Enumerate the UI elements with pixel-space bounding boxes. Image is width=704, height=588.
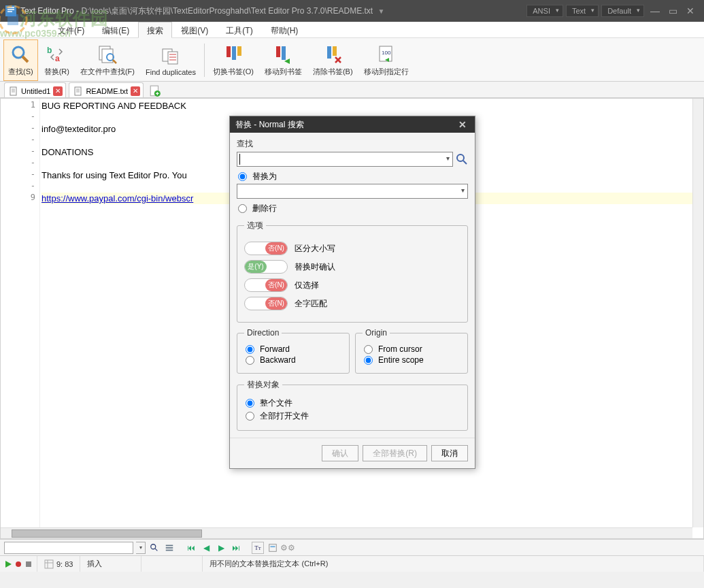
tab-close-icon[interactable]: ✕ — [53, 86, 63, 96]
line-number: 9 — [31, 193, 35, 202]
find-label: 查找 — [237, 138, 468, 150]
encoding-dropdown[interactable]: ANSI — [526, 5, 563, 17]
menu-item-3[interactable]: 视图(V) — [172, 22, 217, 37]
prev-button[interactable]: ◀ — [200, 542, 212, 554]
document-tab-0[interactable]: Untitled1✕ — [4, 82, 66, 97]
svg-rect-17 — [232, 46, 236, 60]
ribbon-bookmark-clear[interactable]: 清除书签(B) — [308, 39, 358, 81]
ribbon-find-in-files[interactable]: 在文件中查找(F) — [76, 39, 139, 81]
svg-rect-35 — [271, 546, 275, 547]
target-all-open-radio[interactable] — [246, 412, 254, 421]
direction-forward-radio[interactable] — [246, 345, 254, 354]
menu-item-1[interactable]: 编辑(E) — [93, 22, 138, 37]
case-toggle-icon[interactable]: Tт — [252, 542, 264, 554]
direction-forward-label: Forward — [260, 344, 290, 354]
menu-item-4[interactable]: 工具(T) — [217, 22, 261, 37]
svg-rect-18 — [237, 46, 241, 56]
search-icon[interactable] — [148, 542, 161, 554]
ribbon-bookmark-toggle[interactable]: 切换书签(O) — [208, 39, 258, 81]
replace-icon: ba — [46, 44, 67, 65]
horizontal-scrollbar[interactable] — [1, 527, 692, 538]
bookmark-clear-icon — [322, 44, 343, 65]
menu-item-5[interactable]: 帮助(H) — [262, 22, 307, 37]
document-tabs: Untitled1✕README.txt✕ — [0, 82, 704, 98]
app-icon — [5, 5, 16, 16]
menu-item-0[interactable]: 文件(F) — [49, 22, 93, 37]
svg-text:a: a — [55, 54, 60, 63]
close-button[interactable]: ✕ — [682, 3, 699, 19]
line-number: - — [31, 123, 35, 133]
dialog-close-button[interactable]: ✕ — [456, 119, 469, 130]
svg-rect-31 — [166, 544, 173, 546]
line-number: - — [31, 112, 35, 121]
replace-with-radio[interactable] — [238, 172, 247, 181]
maximize-button[interactable]: ▭ — [665, 3, 681, 19]
next-button[interactable]: ▶ — [215, 542, 227, 554]
duplicates-icon — [160, 45, 182, 67]
cancel-button[interactable]: 取消 — [431, 445, 468, 461]
origin-cursor-radio[interactable] — [364, 345, 373, 354]
document-tab-1[interactable]: README.txt✕ — [69, 82, 144, 97]
option-toggle-1[interactable]: 是(Y) — [244, 260, 288, 274]
first-button[interactable]: ⏮ — [185, 542, 197, 554]
tab-close-icon[interactable]: ✕ — [131, 86, 140, 96]
new-tab-button[interactable] — [149, 85, 161, 97]
filetype-dropdown[interactable]: Text — [566, 5, 599, 17]
macro-stop-icon[interactable] — [24, 560, 33, 568]
line-number: - — [31, 181, 35, 191]
target-whole-file-radio[interactable] — [246, 399, 254, 408]
ribbon-goto-line[interactable]: 100移动到指定行 — [359, 39, 414, 81]
ribbon-duplicates[interactable]: Find duplicates — [141, 39, 201, 81]
target-whole-file-label: 整个文件 — [260, 397, 292, 409]
svg-rect-19 — [276, 46, 280, 57]
svg-rect-32 — [166, 547, 173, 549]
selection-icon[interactable] — [267, 542, 279, 554]
options-icon[interactable] — [163, 542, 175, 554]
line-number: - — [31, 146, 35, 156]
incremental-search-bar: ▾ ⏮ ◀ ▶ ⏭ Tт ⚙⚙ — [0, 539, 704, 555]
replace-all-button[interactable]: 全部替换(R) — [363, 445, 427, 461]
macro-record-icon[interactable] — [14, 560, 22, 568]
empty-cell-1 — [141, 556, 203, 572]
svg-rect-22 — [333, 46, 337, 56]
ok-button[interactable]: 确认 — [322, 445, 358, 461]
svg-point-29 — [151, 544, 156, 549]
insert-mode-cell[interactable]: 插入 — [80, 556, 141, 572]
svg-rect-21 — [327, 46, 331, 59]
statusbar: 9: 83 插入 用不同的文本替换指定文本 (Ctrl+R) — [0, 555, 704, 572]
delete-line-radio[interactable] — [238, 204, 247, 213]
origin-entire-radio[interactable] — [364, 356, 373, 365]
settings-icon[interactable]: ⚙⚙ — [282, 542, 294, 554]
dialog-titlebar[interactable]: 替换 - Normal 搜索 ✕ — [230, 116, 475, 133]
replace-input[interactable]: ▾ — [237, 184, 468, 199]
last-button[interactable]: ⏭ — [230, 542, 242, 554]
svg-rect-26 — [75, 87, 81, 95]
find-input[interactable]: ▾ — [237, 152, 453, 167]
incremental-search-input[interactable] — [4, 542, 133, 554]
direction-backward-radio[interactable] — [246, 356, 254, 365]
svg-rect-25 — [10, 87, 16, 95]
origin-cursor-label: From cursor — [378, 344, 422, 354]
minimize-button[interactable]: — — [647, 3, 663, 19]
option-toggle-0[interactable]: 否(N) — [244, 242, 288, 255]
macro-play-icon[interactable] — [4, 560, 12, 568]
option-label-0: 区分大小写 — [295, 243, 335, 255]
option-toggle-3[interactable]: 否(N) — [244, 297, 288, 310]
ribbon-bookmark-goto[interactable]: 移动到书签 — [260, 39, 307, 81]
target-fieldset: 替换对象 整个文件 全部打开文件 — [237, 379, 468, 431]
ribbon-search[interactable]: 查找(S) — [3, 39, 38, 81]
bookmark-toggle-icon — [222, 44, 244, 65]
find-lookup-icon[interactable] — [456, 153, 468, 165]
option-toggle-2[interactable]: 否(N) — [244, 278, 288, 292]
position-cell: 9: 83 — [37, 556, 80, 572]
direction-fieldset: Direction Forward Backward — [237, 328, 350, 374]
app-title: Text Editor Pro - D:\tools\桌面\河东软件园\Text… — [20, 5, 384, 17]
ribbon-replace[interactable]: ba替换(R) — [39, 39, 74, 81]
svg-rect-38 — [45, 560, 53, 568]
search-history-dropdown[interactable]: ▾ — [136, 542, 146, 554]
vertical-scrollbar[interactable] — [692, 99, 703, 527]
highlight-dropdown[interactable]: Default — [601, 5, 644, 17]
svg-rect-20 — [282, 46, 286, 60]
menu-item-2[interactable]: 搜索 — [138, 22, 172, 38]
code-line[interactable]: BUG REPORTING AND FEEDBACK — [41, 100, 703, 112]
